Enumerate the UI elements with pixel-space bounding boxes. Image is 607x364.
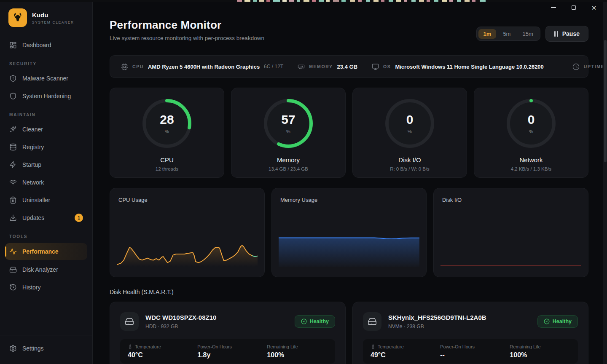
info-value: 23.4 GB: [337, 64, 357, 70]
info-extra: 6C / 12T: [264, 64, 283, 70]
hard-drive-icon: [9, 266, 17, 273]
sidebar-item-registry[interactable]: Registry: [5, 139, 87, 155]
sidebar-item-history[interactable]: History: [5, 279, 87, 295]
sidebar-item-label: Network: [22, 179, 44, 186]
scrollbar-thumb[interactable]: [604, 40, 607, 162]
chart-title: CPU Usage: [118, 197, 148, 203]
info-cpu: CPU AMD Ryzen 5 4600H with Radeon Graphi…: [121, 63, 283, 70]
check-circle-icon: [544, 318, 550, 324]
info-os: OS Microsoft Windows 11 Home Single Lang…: [372, 63, 544, 70]
info-label: OS: [383, 64, 391, 69]
sidebar-item-label: Dashboard: [22, 42, 51, 48]
stat-temperature: Temperature 40°C: [128, 344, 197, 359]
minimize-button[interactable]: [546, 3, 561, 13]
close-button[interactable]: ✕: [587, 3, 601, 13]
disk-name: WDC WD10SPZX-08Z10: [145, 314, 216, 321]
pause-button[interactable]: Pause: [545, 26, 588, 42]
disk-health-heading: Disk Health (S.M.A.R.T.): [110, 289, 174, 295]
disk-card-nvme: SKHynix_HFS256GD9TNI-L2A0B NVMe · 238 GB…: [352, 302, 588, 364]
disk-name: SKHynix_HFS256GD9TNI-L2A0B: [388, 314, 486, 321]
disk-gauge-unit: %: [408, 129, 412, 134]
sidebar-item-label: System Hardening: [22, 93, 71, 99]
sidebar-item-cleaner[interactable]: Cleaner: [5, 121, 87, 137]
disk-type-size: HDD · 932 GB: [145, 324, 216, 329]
memory-gauge-value: 57: [281, 113, 295, 126]
cpu-gauge-sublabel: 12 threads: [156, 166, 178, 171]
chart-title: Memory Usage: [280, 197, 317, 203]
top-artifact-strip: [0, 0, 607, 2]
sidebar-item-settings[interactable]: Settings: [5, 340, 87, 356]
time-range-15m[interactable]: 15m: [517, 29, 538, 39]
time-range-5m[interactable]: 5m: [498, 29, 516, 39]
stat-remaining-life: Remaining Life 100%: [510, 344, 570, 359]
sidebar-item-updates[interactable]: Updates 1: [5, 210, 87, 226]
disk-type-size: NVMe · 238 GB: [388, 324, 486, 329]
gauge-card-cpu: 28 % CPU 12 threads: [110, 88, 224, 178]
gauge-card-network: 0 % Network 4.2 KB/s / 1.3 KB/s: [474, 88, 588, 178]
sidebar-footer: Settings: [0, 335, 92, 364]
cpu-gauge-unit: %: [165, 129, 169, 134]
pause-label: Pause: [562, 30, 580, 37]
active-indicator: [5, 246, 6, 257]
cpu-icon: [121, 63, 128, 70]
time-range-segmented-control: 1m 5m 15m: [476, 27, 540, 41]
disk-stats-panel: Temperature 49°C Power-On Hours -- Remai…: [363, 339, 578, 364]
health-status-badge: Healthy: [295, 315, 335, 328]
sidebar-item-system-hardening[interactable]: System Hardening: [5, 88, 87, 104]
close-icon: ✕: [591, 5, 597, 11]
thermometer-icon: [128, 344, 133, 349]
disk-io-chart: [440, 216, 581, 267]
sidebar-item-label: Settings: [22, 345, 44, 352]
sparkles-icon: [9, 126, 17, 133]
gauge-card-disk: 0 % Disk I/O R: 0 B/s / W: 0 B/s: [352, 88, 467, 178]
sidebar-item-label: Malware Scanner: [22, 75, 68, 82]
sidebar-item-uninstaller[interactable]: Uninstaller: [5, 192, 87, 208]
disk-io-chart-card: Disk I/O: [433, 188, 588, 277]
history-icon: [9, 284, 17, 291]
sidebar-item-label: Updates: [22, 214, 44, 221]
stat-power-on-hours: Power-On Hours --: [440, 344, 510, 359]
sidebar-item-dashboard[interactable]: Dashboard: [5, 37, 87, 53]
scrollbar-track[interactable]: [603, 0, 607, 364]
maximize-button[interactable]: [567, 3, 581, 13]
stat-temperature: Temperature 49°C: [371, 344, 440, 359]
gauge-card-memory: 57 % Memory 13.4 GB / 23.4 GB: [231, 88, 346, 178]
sidebar-section-tools: TOOLS: [9, 234, 83, 239]
window-controls: ✕: [546, 3, 601, 13]
memory-usage-chart-card: Memory Usage: [271, 188, 427, 277]
updates-count-badge: 1: [75, 214, 83, 222]
disk-gauge-value: 0: [406, 113, 414, 126]
sidebar-item-performance[interactable]: Performance: [5, 243, 87, 260]
sidebar-item-label: Startup: [22, 161, 41, 168]
sidebar-section-security: SECURITY: [9, 62, 83, 66]
network-gauge-sublabel: 4.2 KB/s / 1.3 KB/s: [511, 166, 552, 171]
sidebar-item-disk-analyzer[interactable]: Disk Analyzer: [5, 262, 87, 278]
cpu-usage-chart: [117, 216, 258, 267]
sidebar-item-label: Uninstaller: [22, 197, 50, 203]
memory-gauge-sublabel: 13.4 GB / 23.4 GB: [269, 166, 308, 171]
gear-icon: [9, 345, 17, 352]
download-icon: [9, 214, 17, 222]
time-range-1m[interactable]: 1m: [478, 29, 497, 39]
stat-remaining-life: Remaining Life 100%: [267, 344, 328, 359]
stat-power-on-hours: Power-On Hours 1.8y: [197, 344, 267, 359]
info-value: AMD Ryzen 5 4600H with Radeon Graphics: [148, 64, 260, 70]
hard-drive-icon: [363, 312, 381, 331]
info-uptime: UPTIME 3h 15m: [572, 63, 607, 70]
sidebar-item-network[interactable]: Network: [5, 174, 87, 190]
info-label: CPU: [132, 64, 144, 69]
minimize-icon: [551, 7, 556, 8]
zap-icon: [9, 161, 17, 169]
pause-icon: [554, 31, 558, 37]
sidebar-item-malware-scanner[interactable]: Malware Scanner: [5, 70, 87, 86]
shield-alert-icon: [9, 75, 17, 82]
sidebar-section-maintain: MAINTAIN: [9, 112, 83, 117]
hard-drive-icon: [120, 312, 139, 331]
cpu-usage-chart-card: CPU Usage: [110, 188, 265, 277]
system-info-bar: CPU AMD Ryzen 5 4600H with Radeon Graphi…: [110, 55, 588, 78]
sidebar-item-startup[interactable]: Startup: [5, 157, 87, 173]
check-circle-icon: [301, 318, 307, 324]
sidebar-item-label: History: [22, 284, 41, 291]
health-status-label: Healthy: [553, 318, 572, 324]
sidebar-item-label: Registry: [22, 144, 44, 150]
